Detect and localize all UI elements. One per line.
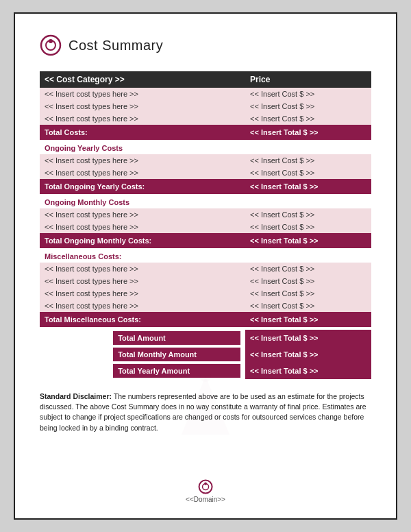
cost-category-cell: << Insert cost types here >> xyxy=(40,154,245,167)
cost-price-cell: << Insert Cost $ >> xyxy=(245,287,371,300)
cost-price-cell: << Insert Cost $ >> xyxy=(245,300,371,312)
ongoing-monthly-heading-row: Ongoing Monthly Costs xyxy=(40,194,371,208)
cost-category-cell: << Insert cost types here >> xyxy=(40,88,245,100)
grand-total-monthly-row: Total Monthly Amount << Insert Total $ >… xyxy=(40,346,371,363)
table-row: << Insert cost types here >> << Insert C… xyxy=(40,167,371,179)
table-row: << Insert cost types here >> << Insert C… xyxy=(40,112,371,125)
cost-category-cell: << Insert cost types here >> xyxy=(40,167,245,179)
svg-point-0 xyxy=(41,36,60,55)
cost-price-cell: << Insert Cost $ >> xyxy=(245,221,371,233)
page-title: Cost Summary xyxy=(68,38,163,53)
category-header: << Cost Category >> xyxy=(40,71,245,88)
cost-price-cell: << Insert Cost $ >> xyxy=(245,275,371,287)
cost-price-cell: << Insert Cost $ >> xyxy=(245,112,371,125)
ongoing-monthly-heading: Ongoing Monthly Costs xyxy=(40,194,371,208)
grand-total-amount-value: << Insert Total $ >> xyxy=(245,330,371,346)
misc-heading: Miscellaneous Costs: xyxy=(40,248,371,263)
grand-total-yearly-row: Total Yearly Amount << Insert Total $ >> xyxy=(40,363,371,379)
grand-total-monthly-label: Total Monthly Amount xyxy=(113,348,240,361)
total-ongoing-monthly-row: Total Ongoing Monthly Costs: << Insert T… xyxy=(40,233,371,248)
total-misc-value: << Insert Total $ >> xyxy=(245,312,371,327)
table-row: << Insert cost types here >> << Insert C… xyxy=(40,154,371,167)
total-ongoing-monthly-label: Total Ongoing Monthly Costs: xyxy=(40,233,245,248)
svg-point-2 xyxy=(49,39,53,43)
cost-category-cell: << Insert cost types here >> xyxy=(40,112,245,125)
table-row: << Insert cost types here >> << Insert C… xyxy=(40,300,371,312)
table-row: << Insert cost types here >> << Insert C… xyxy=(40,88,371,100)
disclaimer: Standard Disclaimer: The numbers represe… xyxy=(40,391,371,433)
disclaimer-heading: Standard Disclaimer: xyxy=(40,392,112,400)
svg-point-5 xyxy=(199,481,212,494)
footer: <<Domain>> xyxy=(186,479,225,503)
table-row: << Insert cost types here >> << Insert C… xyxy=(40,287,371,300)
cost-category-cell: << Insert cost types here >> xyxy=(40,221,245,233)
cost-category-cell: << Insert cost types here >> xyxy=(40,263,245,275)
cost-category-cell: << Insert cost types here >> xyxy=(40,300,245,312)
cost-price-cell: << Insert Cost $ >> xyxy=(245,208,371,221)
misc-heading-row: Miscellaneous Costs: xyxy=(40,248,371,263)
grand-total-amount-label: Total Amount xyxy=(113,331,240,345)
ongoing-yearly-heading: Ongoing Yearly Costs xyxy=(40,140,371,154)
total-misc-label: Total Miscellaneous Costs: xyxy=(40,312,245,327)
svg-point-7 xyxy=(204,483,207,485)
grand-total-monthly-value: << Insert Total $ >> xyxy=(245,346,371,363)
ongoing-yearly-heading-row: Ongoing Yearly Costs xyxy=(40,140,371,154)
total-costs-value: << Insert Total $ >> xyxy=(245,125,371,140)
table-row: << Insert cost types here >> << Insert C… xyxy=(40,221,371,233)
grand-total-amount-row: Total Amount << Insert Total $ >> xyxy=(40,330,371,346)
total-ongoing-monthly-value: << Insert Total $ >> xyxy=(245,233,371,248)
price-header: Price xyxy=(245,71,371,88)
cox-logo xyxy=(40,34,62,56)
page-header: Cost Summary xyxy=(40,34,371,56)
table-header-row: << Cost Category >> Price xyxy=(40,71,371,88)
total-ongoing-yearly-row: Total Ongoing Yearly Costs: << Insert To… xyxy=(40,179,371,194)
grand-total-yearly-label: Total Yearly Amount xyxy=(113,364,240,378)
table-row: << Insert cost types here >> << Insert C… xyxy=(40,263,371,275)
total-misc-row: Total Miscellaneous Costs: << Insert Tot… xyxy=(40,312,371,327)
cost-price-cell: << Insert Cost $ >> xyxy=(245,167,371,179)
page: Cost Summary << Cost Category >> Price <… xyxy=(14,12,397,520)
table-row: << Insert cost types here >> << Insert C… xyxy=(40,208,371,221)
grand-total-yearly-value: << Insert Total $ >> xyxy=(245,363,371,379)
total-ongoing-yearly-label: Total Ongoing Yearly Costs: xyxy=(40,179,245,194)
cost-category-cell: << Insert cost types here >> xyxy=(40,100,245,112)
cost-category-cell: << Insert cost types here >> xyxy=(40,275,245,287)
cost-price-cell: << Insert Cost $ >> xyxy=(245,100,371,112)
cost-category-cell: << Insert cost types here >> xyxy=(40,287,245,300)
total-costs-row: Total Costs: << Insert Total $ >> xyxy=(40,125,371,140)
cost-category-cell: << Insert cost types here >> xyxy=(40,208,245,221)
table-row: << Insert cost types here >> << Insert C… xyxy=(40,100,371,112)
cost-price-cell: << Insert Cost $ >> xyxy=(245,88,371,100)
total-costs-label: Total Costs: xyxy=(40,125,245,140)
footer-logo-icon xyxy=(198,479,213,494)
cost-price-cell: << Insert Cost $ >> xyxy=(245,154,371,167)
total-ongoing-yearly-value: << Insert Total $ >> xyxy=(245,179,371,194)
table-row: << Insert cost types here >> << Insert C… xyxy=(40,275,371,287)
footer-domain: <<Domain>> xyxy=(186,496,225,503)
cost-price-cell: << Insert Cost $ >> xyxy=(245,263,371,275)
cost-table: << Cost Category >> Price << Insert cost… xyxy=(40,71,371,379)
